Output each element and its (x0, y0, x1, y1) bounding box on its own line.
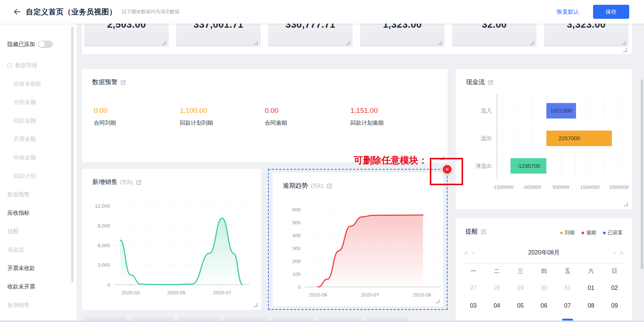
legend-dot-icon (603, 232, 606, 234)
edit-icon[interactable] (488, 79, 494, 85)
next-month-button[interactable]: › (614, 249, 616, 256)
calendar-day[interactable]: 01 (585, 283, 596, 293)
edit-icon[interactable] (481, 229, 487, 235)
calendar-cell: 31 (556, 283, 579, 293)
legend-item: 逾期 (582, 229, 596, 236)
sidebar-item-label: 新增销售 (7, 302, 30, 309)
svg-text:400: 400 (292, 233, 301, 238)
hide-added-label: 隐藏已添加 (7, 41, 35, 48)
panel-title: 数据预警 (92, 78, 126, 86)
resize-handle[interactable] (436, 300, 439, 303)
window-scrollbar[interactable] (641, 79, 643, 269)
sidebar-item-label: 现金流 (7, 246, 24, 253)
edit-icon[interactable] (120, 79, 126, 85)
calendar-weekday-row: 一二三四五六日 (462, 268, 626, 275)
sidebar-item-6[interactable]: 回款计划 (0, 167, 76, 185)
hide-added-toggle[interactable] (38, 41, 53, 48)
arrow-left-icon (13, 8, 21, 16)
calendar-day[interactable]: 30 (538, 283, 549, 293)
resize-handle[interactable] (254, 303, 257, 307)
sidebar-item-12[interactable]: 收款未开票 (0, 277, 76, 296)
calendar-cell: 06 (532, 301, 556, 311)
weekday-label: 五 (556, 268, 579, 275)
edit-icon[interactable] (326, 183, 332, 189)
sidebar-item-0[interactable]: 数据简报 (0, 56, 76, 75)
sidebar-item-3[interactable]: 回款金额 (0, 111, 76, 130)
calendar-day[interactable]: 04 (491, 301, 503, 311)
reminder-legend: 到期逾期已设置 (560, 229, 623, 236)
weekday-label: 日 (603, 268, 626, 275)
next-year-button[interactable]: » (620, 249, 623, 256)
calendar-cell: 03 (462, 301, 485, 311)
warning-stat-value: 0.00 (265, 107, 342, 115)
calendar-day[interactable]: 27 (468, 283, 479, 293)
calendar-day[interactable]: 29 (515, 283, 526, 293)
calendar-cell: 02 (603, 283, 626, 293)
sidebar-item-9[interactable]: 提醒 (0, 222, 76, 240)
resize-handle[interactable] (530, 41, 534, 45)
resize-handle[interactable] (254, 41, 258, 45)
data-warning-panel: 数据预警 0.00合同到期1,100.00回款计划到期0.00合同逾期1,151… (82, 69, 448, 162)
calendar-cell: 27 (462, 283, 485, 293)
sidebar-item-7[interactable]: 数据预警 (0, 185, 76, 204)
sidebar-item-label: 收款未开票 (7, 283, 35, 290)
sidebar-item-8[interactable]: 应收指标 (0, 204, 76, 222)
edit-icon[interactable] (136, 179, 142, 185)
calendar-day[interactable]: 06 (538, 301, 549, 311)
calendar-day[interactable]: 07 (562, 301, 573, 311)
calendar-day[interactable]: 08 (585, 301, 596, 311)
prev-year-button[interactable]: « (465, 249, 468, 256)
warning-stat-value: 1,151.00 (350, 107, 428, 115)
resize-handle[interactable] (346, 41, 350, 45)
weekday-label: 六 (579, 268, 603, 275)
warning-stat: 1,151.00回款计划逾期 (350, 107, 428, 127)
collapse-icon[interactable] (7, 63, 12, 68)
weekday-label: 三 (508, 268, 532, 275)
sidebar-item-10[interactable]: 现金流 (0, 240, 76, 259)
resize-handle[interactable] (622, 41, 626, 45)
legend-label: 逾期 (586, 229, 596, 236)
svg-text:流入: 流入 (481, 107, 492, 114)
sidebar-scrollbar[interactable] (71, 27, 73, 283)
save-button[interactable]: 保存 (593, 5, 629, 19)
back-button[interactable] (12, 7, 22, 17)
resize-handle[interactable] (623, 48, 627, 52)
svg-text:500: 500 (292, 220, 301, 225)
resize-handle[interactable] (162, 41, 166, 45)
unit-label: (万元) (311, 183, 323, 189)
calendar-day[interactable]: 09 (609, 301, 620, 311)
warning-stat-value: 1,100.00 (180, 107, 257, 115)
svg-text:2020-06: 2020-06 (309, 292, 327, 298)
svg-text:500000: 500000 (552, 184, 569, 190)
sidebar-item-label: 开票未收款 (7, 265, 35, 272)
reminder-panel: 提醒 到期逾期已设置 « ‹ 2020年08月 › » 一二三四五六日 2728… (456, 218, 632, 322)
new-sales-panel: 新增销售 (万元) 03,0006,0009,00012,0002020-032… (82, 169, 261, 310)
sidebar-item-4[interactable]: 开票金额 (0, 130, 76, 148)
sidebar-item-1[interactable]: 应收未收款 (0, 75, 76, 93)
resize-handle[interactable] (624, 202, 628, 206)
svg-text:-1500000: -1500000 (492, 184, 513, 190)
resize-handle[interactable] (438, 41, 442, 45)
page-subtitle: 以下模块数据均为演示数据 (122, 8, 179, 15)
app-screen: 自定义首页（业务员视图） 以下模块数据均为演示数据 恢复默认 保存 隐藏已添加 … (0, 0, 644, 322)
selected-module-outline[interactable]: 逾期趋势 (万元) 01002003004005006002020-062020… (268, 169, 448, 310)
svg-text:2020-05: 2020-05 (167, 290, 186, 295)
calendar-row: 03040506070809 (462, 301, 626, 311)
legend-label: 已设置 (608, 229, 623, 236)
sidebar-item-13[interactable]: 新增销售 (0, 296, 76, 314)
calendar-day[interactable]: 05 (515, 301, 526, 311)
svg-text:200: 200 (292, 259, 301, 264)
sidebar-item-2[interactable]: 合同金额 (0, 93, 76, 111)
calendar-day[interactable]: 31 (562, 283, 573, 293)
overdue-trend-chart: 01002003004005006002020-062020-072020-08 (275, 195, 441, 305)
calendar-day[interactable]: 28 (491, 283, 503, 293)
sidebar-item-5[interactable]: 待收金额 (0, 148, 76, 167)
calendar-day[interactable]: 03 (468, 301, 479, 311)
sidebar-item-11[interactable]: 开票未收款 (0, 259, 76, 277)
warning-stat-label: 回款计划逾期 (350, 120, 428, 127)
svg-text:0: 0 (107, 282, 110, 288)
new-sales-chart: 03,0006,0009,00012,0002020-032020-052020… (84, 193, 258, 303)
restore-default-link[interactable]: 恢复默认 (557, 8, 579, 15)
calendar-day[interactable]: 02 (609, 283, 620, 293)
warning-stat-label: 合同逾期 (265, 120, 342, 127)
